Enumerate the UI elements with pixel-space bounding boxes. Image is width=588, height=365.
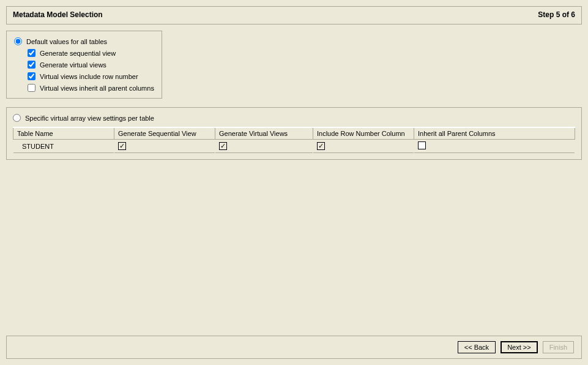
col-table-name: Table Name [13, 127, 114, 140]
specific-radio-row[interactable]: Specific virtual array view settings per… [13, 114, 575, 122]
gen-virtual-label: Generate virtual views [40, 61, 106, 69]
inherit-parent-row[interactable]: Virtual views inherit all parent columns [28, 84, 154, 92]
next-button[interactable]: Next >> [501, 341, 538, 353]
gen-virtual-row[interactable]: Generate virtual views [28, 61, 154, 69]
tables-grid: Table Name Generate Sequential View Gene… [13, 127, 575, 153]
cell-inherit-parent-check[interactable] [418, 141, 426, 149]
specific-panel: Specific virtual array view settings per… [6, 107, 582, 160]
cell-include-rownum: ✓ [313, 140, 414, 153]
cell-gen-sequential-check[interactable]: ✓ [118, 142, 126, 150]
include-rownum-label: Virtual views include row number [40, 73, 138, 80]
cell-gen-virtual: ✓ [215, 140, 313, 153]
gen-virtual-checkbox[interactable] [28, 61, 35, 69]
defaults-radio[interactable] [14, 37, 22, 45]
step-indicator: Step 5 of 6 [538, 10, 575, 19]
defaults-group: Default values for all tables Generate s… [6, 31, 162, 99]
col-inherit-parent: Inherit all Parent Columns [414, 127, 575, 140]
col-gen-virtual: Generate Virtual Views [215, 127, 313, 140]
cell-table-name: STUDENT [13, 140, 114, 153]
table-row: STUDENT ✓ ✓ ✓ [13, 140, 575, 153]
page-title: Metadata Model Selection [13, 10, 103, 19]
wizard-header: Metadata Model Selection Step 5 of 6 [6, 6, 582, 24]
wizard-footer: << Back Next >> Finish [6, 336, 582, 359]
specific-radio[interactable] [13, 114, 21, 122]
cell-include-rownum-check[interactable]: ✓ [317, 142, 325, 150]
col-include-rownum: Include Row Number Column [313, 127, 414, 140]
finish-button[interactable]: Finish [543, 341, 574, 353]
inherit-parent-checkbox[interactable] [28, 84, 35, 92]
grid-header-row: Table Name Generate Sequential View Gene… [13, 127, 575, 140]
cell-gen-virtual-check[interactable]: ✓ [219, 142, 227, 150]
inherit-parent-label: Virtual views inherit all parent columns [40, 85, 154, 92]
back-button[interactable]: << Back [458, 341, 496, 353]
gen-sequential-label: Generate sequential view [40, 50, 116, 57]
defaults-radio-row[interactable]: Default values for all tables [14, 37, 154, 45]
defaults-radio-label: Default values for all tables [26, 38, 107, 45]
cell-gen-sequential: ✓ [114, 140, 215, 153]
include-rownum-row[interactable]: Virtual views include row number [28, 72, 154, 80]
cell-inherit-parent [414, 140, 575, 153]
gen-sequential-row[interactable]: Generate sequential view [28, 49, 154, 57]
col-gen-sequential: Generate Sequential View [114, 127, 215, 140]
gen-sequential-checkbox[interactable] [28, 49, 35, 57]
include-rownum-checkbox[interactable] [28, 72, 35, 80]
specific-radio-label: Specific virtual array view settings per… [25, 115, 154, 122]
